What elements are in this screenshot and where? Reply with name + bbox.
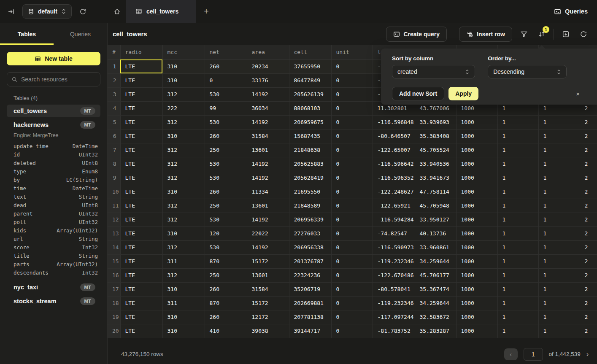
table-cell[interactable]: 1000 <box>456 226 497 240</box>
table-cell[interactable]: 22022 <box>247 226 289 240</box>
table-cell[interactable]: 311 <box>162 296 205 310</box>
table-cell[interactable]: 1 <box>497 185 538 199</box>
table-cell[interactable]: -116.594284 <box>373 213 415 226</box>
refresh-table-icon[interactable] <box>578 28 589 40</box>
table-cell[interactable]: 14192 <box>247 213 289 226</box>
column-header[interactable]: mcc <box>162 45 205 59</box>
table-cell[interactable]: 0 <box>331 101 373 115</box>
table-cell[interactable]: 45.705948 <box>415 199 456 213</box>
table-cell[interactable]: 530 <box>205 213 247 226</box>
table-cell[interactable]: LTE <box>120 143 162 157</box>
table-cell[interactable]: 0 <box>331 282 373 296</box>
table-cell[interactable]: 207781138 <box>289 310 331 324</box>
table-cell[interactable]: 15172 <box>247 254 289 268</box>
table-cell[interactable]: 32.583672 <box>415 310 456 324</box>
add-new-sort-button[interactable]: Add new Sort <box>392 87 444 100</box>
table-cell[interactable]: 260 <box>205 59 247 73</box>
table-cell[interactable]: 1000 <box>456 324 497 338</box>
table-cell[interactable]: 530 <box>205 157 247 171</box>
table-cell[interactable]: 14192 <box>247 171 289 185</box>
table-cell[interactable]: -116.596642 <box>373 157 415 171</box>
table-cell[interactable]: 35.367474 <box>415 282 456 296</box>
home-icon[interactable] <box>108 0 126 23</box>
table-cell[interactable]: 205628419 <box>289 171 331 185</box>
apply-sort-button[interactable]: Apply <box>448 87 478 100</box>
table-cell[interactable]: 33.960861 <box>415 240 456 254</box>
remove-sort-icon[interactable]: × <box>576 90 580 97</box>
table-cell[interactable]: 1 <box>497 129 538 143</box>
table-cell[interactable]: 47.758114 <box>415 185 456 199</box>
collapse-sidebar-icon[interactable] <box>6 6 16 17</box>
table-cell[interactable]: 1 <box>497 268 538 282</box>
table-cell[interactable]: 14192 <box>247 115 289 129</box>
table-cell[interactable]: 1000 <box>456 296 497 310</box>
table-cell[interactable]: 0 <box>331 254 373 268</box>
table-cell[interactable]: -119.232346 <box>373 254 415 268</box>
table-cell[interactable]: -117.097244 <box>373 310 415 324</box>
table-cell[interactable]: 35.283287 <box>415 324 456 338</box>
table-cell[interactable]: LTE <box>120 185 162 199</box>
table-cell[interactable]: -122.248627 <box>373 185 415 199</box>
table-cell[interactable]: 0 <box>331 185 373 199</box>
table-cell[interactable]: 1 <box>538 324 580 338</box>
new-tab-icon[interactable]: + <box>196 0 217 23</box>
table-cell[interactable]: 0 <box>331 73 373 87</box>
table-cell[interactable]: 1 <box>497 226 538 240</box>
table-cell[interactable]: LTE <box>120 282 162 296</box>
table-cell[interactable]: 31584 <box>247 129 289 143</box>
table-cell[interactable]: 2 <box>580 296 597 310</box>
create-query-button[interactable]: Create query <box>386 27 447 42</box>
table-cell[interactable]: 99 <box>205 101 247 115</box>
table-cell[interactable]: LTE <box>120 324 162 338</box>
table-cell[interactable]: 1000 <box>456 199 497 213</box>
table-cell[interactable]: 22324236 <box>289 268 331 282</box>
column-header[interactable]: radio <box>120 45 162 59</box>
table-cell[interactable]: 1000 <box>456 157 497 171</box>
table-cell[interactable]: 1 <box>538 254 580 268</box>
table-cell[interactable]: 1000 <box>456 213 497 226</box>
table-cell[interactable]: 2 <box>580 199 597 213</box>
table-cell[interactable]: 1 <box>497 157 538 171</box>
table-cell[interactable]: 260 <box>205 310 247 324</box>
table-cell[interactable]: 310 <box>162 129 205 143</box>
table-cell[interactable]: 0 <box>331 59 373 73</box>
table-cell[interactable]: 33.940536 <box>415 157 456 171</box>
table-cell[interactable]: 870 <box>205 254 247 268</box>
table-cell[interactable]: 2 <box>580 185 597 199</box>
table-cell[interactable]: LTE <box>120 129 162 143</box>
table-cell[interactable]: 1 <box>538 296 580 310</box>
table-cell[interactable]: 1 <box>538 310 580 324</box>
column-header[interactable]: area <box>247 45 289 59</box>
table-cell[interactable]: 0 <box>331 143 373 157</box>
table-cell[interactable]: -122.65007 <box>373 143 415 157</box>
table-cell[interactable]: LTE <box>120 157 162 171</box>
table-cell[interactable]: LTE <box>120 268 162 282</box>
table-cell[interactable]: 14192 <box>247 157 289 171</box>
table-cell[interactable]: 35206719 <box>289 282 331 296</box>
table-cell[interactable]: 120 <box>205 226 247 240</box>
table-cell[interactable]: 2 <box>580 129 597 143</box>
table-cell[interactable]: 13601 <box>247 143 289 157</box>
table-cell[interactable]: 201376787 <box>289 254 331 268</box>
table-cell[interactable]: 222 <box>162 101 205 115</box>
table-cell[interactable]: 11334 <box>247 185 289 199</box>
sidebar-item-hackernews[interactable]: hackernews MT <box>7 119 100 131</box>
table-cell[interactable]: -80.646507 <box>373 129 415 143</box>
table-cell[interactable]: 2 <box>580 226 597 240</box>
table-cell[interactable]: 312 <box>162 268 205 282</box>
table-cell[interactable]: -119.232346 <box>373 296 415 310</box>
table-cell[interactable]: 310 <box>162 310 205 324</box>
column-header[interactable]: net <box>205 45 247 59</box>
table-cell[interactable]: 312 <box>162 199 205 213</box>
tab-cell-towers[interactable]: cell_towers <box>126 0 196 23</box>
table-cell[interactable]: LTE <box>120 240 162 254</box>
sidebar-tab-queries[interactable]: Queries <box>54 23 107 45</box>
order-select[interactable]: Descending <box>488 65 567 78</box>
table-cell[interactable]: 0 <box>331 240 373 254</box>
column-header[interactable]: cell <box>289 45 331 59</box>
table-cell[interactable]: -80.578041 <box>373 282 415 296</box>
table-cell[interactable]: 0 <box>331 310 373 324</box>
table-cell[interactable]: 1 <box>538 115 580 129</box>
previous-page-button[interactable]: ‹ <box>504 348 518 360</box>
table-cell[interactable]: 33.939693 <box>415 115 456 129</box>
